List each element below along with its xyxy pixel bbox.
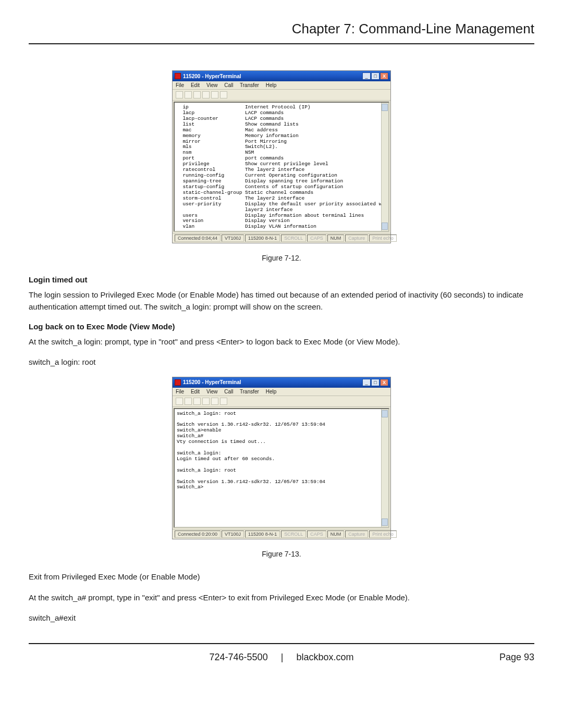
app-icon xyxy=(175,379,181,386)
hyperterminal-window-2: 115200 - HyperTerminal _ □ X File Edit V… xyxy=(172,377,391,539)
status-conn: 115200 8-N-1 xyxy=(245,235,280,242)
scroll-up-icon[interactable] xyxy=(382,104,388,111)
tool-disconnect-icon[interactable] xyxy=(202,398,210,405)
toolbar xyxy=(173,396,390,407)
figure-caption-2: Figure 7-13. xyxy=(29,550,534,558)
scroll-down-icon[interactable] xyxy=(382,223,388,230)
status-conn: 115200 8-N-1 xyxy=(245,530,280,538)
terminal-output-1: ip Internet Protocol (IP) lacp LACP comm… xyxy=(174,102,389,232)
status-caps: CAPS xyxy=(307,530,326,538)
scrollbar[interactable] xyxy=(381,103,388,231)
status-print: Print echo xyxy=(369,235,397,242)
menu-view[interactable]: View xyxy=(206,82,218,88)
menu-file[interactable]: File xyxy=(176,389,184,394)
statusbar: Connected 0:20:00 VT100J 115200 8-N-1 SC… xyxy=(173,529,390,539)
tool-send-icon[interactable] xyxy=(211,91,218,98)
titlebar: 115200 - HyperTerminal _ □ X xyxy=(173,71,390,81)
figure-7-13: 115200 - HyperTerminal _ □ X File Edit V… xyxy=(29,377,534,539)
para-exit-mode: Exit from Privileged Exec Mode (or Enabl… xyxy=(29,571,534,583)
menu-view[interactable]: View xyxy=(206,389,218,394)
scroll-down-icon[interactable] xyxy=(382,519,388,526)
toolbar xyxy=(173,90,390,101)
status-vt: VT100J xyxy=(222,530,244,538)
tool-disconnect-icon[interactable] xyxy=(202,91,210,98)
footer-phone: 724-746-5500 xyxy=(210,652,268,662)
tool-connect-icon[interactable] xyxy=(193,398,201,405)
figure-7-12: 115200 - HyperTerminal _ □ X File Edit V… xyxy=(29,70,534,243)
status-scroll: SCROLL xyxy=(281,530,306,538)
minimize-button[interactable]: _ xyxy=(362,379,371,386)
status-scroll: SCROLL xyxy=(281,235,306,242)
status-print: Print echo xyxy=(369,530,397,538)
status-num: NUM xyxy=(327,530,345,538)
menu-file[interactable]: File xyxy=(176,82,184,88)
status-connected: Connected 0:20:00 xyxy=(175,530,221,538)
hyperterminal-window-1: 115200 - HyperTerminal _ □ X File Edit V… xyxy=(172,70,391,243)
scroll-up-icon[interactable] xyxy=(382,410,388,417)
tool-new-icon[interactable] xyxy=(176,398,183,405)
tool-new-icon[interactable] xyxy=(176,91,183,98)
maximize-button[interactable]: □ xyxy=(371,379,380,386)
menu-call[interactable]: Call xyxy=(224,82,233,88)
menubar: File Edit View Call Transfer Help xyxy=(173,81,390,90)
chapter-title: Chapter 7: Command-Line Management xyxy=(29,21,534,44)
page-footer: 724-746-5500 | blackbox.com Page 93 xyxy=(29,643,534,664)
tool-open-icon[interactable] xyxy=(185,398,192,405)
status-connected: Connected 0:04;44 xyxy=(175,235,221,242)
tool-open-icon[interactable] xyxy=(185,91,192,98)
para-login-timed-out: The login session to Privileged Exec Mod… xyxy=(29,289,534,313)
heading-login-timed-out: Login timed out xyxy=(29,275,534,284)
terminal-output-2: switch_a login: root Switch version 1.30… xyxy=(174,408,389,528)
heading-log-back-on: Log back on to Exec Mode (View Mode) xyxy=(29,322,534,331)
status-num: NUM xyxy=(327,235,345,242)
cmd-exit: switch_a#exit xyxy=(29,613,534,622)
footer-divider: | xyxy=(281,652,284,662)
statusbar: Connected 0:04;44 VT100J 115200 8-N-1 SC… xyxy=(173,233,390,243)
footer-site: blackbox.com xyxy=(296,652,353,662)
scrollbar[interactable] xyxy=(381,409,388,527)
menu-call[interactable]: Call xyxy=(224,389,233,394)
status-vt: VT100J xyxy=(222,235,244,242)
tool-connect-icon[interactable] xyxy=(193,91,201,98)
menu-help[interactable]: Help xyxy=(266,389,277,394)
page-number: Page 93 xyxy=(499,652,534,663)
menu-transfer[interactable]: Transfer xyxy=(240,82,259,88)
tool-properties-icon[interactable] xyxy=(220,91,227,98)
para-exit-instruction: At the switch_a# prompt, type in "exit" … xyxy=(29,592,534,604)
menu-edit[interactable]: Edit xyxy=(191,82,200,88)
menu-help[interactable]: Help xyxy=(266,82,277,88)
status-capture: Capture xyxy=(345,235,368,242)
titlebar: 115200 - HyperTerminal _ □ X xyxy=(173,377,390,388)
window-title: 115200 - HyperTerminal xyxy=(183,379,241,385)
menu-transfer[interactable]: Transfer xyxy=(240,389,259,394)
menu-edit[interactable]: Edit xyxy=(191,389,200,394)
minimize-button[interactable]: _ xyxy=(362,72,371,80)
window-title: 115200 - HyperTerminal xyxy=(183,73,241,79)
figure-caption-1: Figure 7-12. xyxy=(29,254,534,262)
maximize-button[interactable]: □ xyxy=(371,72,380,80)
close-button[interactable]: X xyxy=(380,72,388,80)
status-caps: CAPS xyxy=(307,235,326,242)
para-log-back-on: At the switch_a login: prompt, type in "… xyxy=(29,336,534,348)
cmd-login-root: switch_a login: root xyxy=(29,357,534,366)
close-button[interactable]: X xyxy=(380,379,388,386)
app-icon xyxy=(175,73,181,79)
status-capture: Capture xyxy=(345,530,368,538)
tool-send-icon[interactable] xyxy=(211,398,218,405)
menubar: File Edit View Call Transfer Help xyxy=(173,388,390,396)
tool-properties-icon[interactable] xyxy=(220,398,227,405)
